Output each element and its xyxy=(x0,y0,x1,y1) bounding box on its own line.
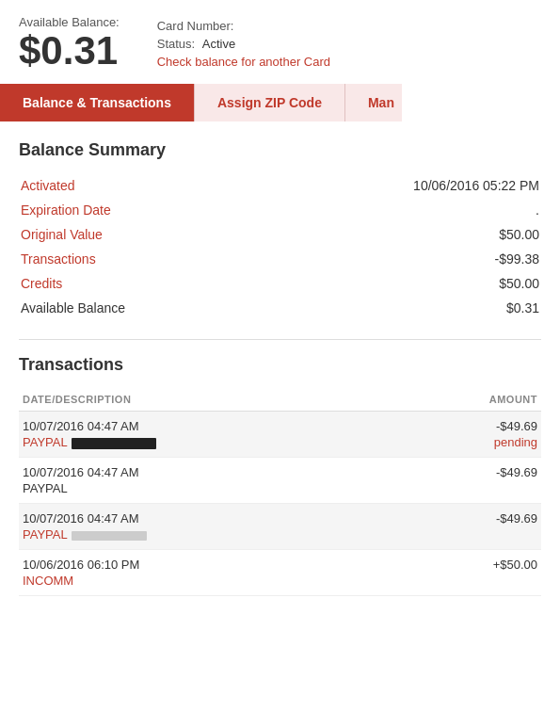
tx-right: -$49.69 xyxy=(496,465,537,479)
balance-row-label: Credits xyxy=(19,271,306,296)
balance-row: Credits$50.00 xyxy=(19,271,541,296)
transactions-header: DATE/DESCRIPTION AMOUNT xyxy=(19,388,541,412)
tab-manage[interactable]: Man xyxy=(344,84,402,121)
balance-row: Transactions-$99.38 xyxy=(19,247,541,271)
transactions-title: Transactions xyxy=(19,355,541,375)
transactions-list: 10/07/2016 04:47 AMPAYPAL-$49.69pending1… xyxy=(19,412,541,596)
section-divider xyxy=(19,339,541,340)
tx-left: 10/07/2016 04:47 AMPAYPAL xyxy=(23,511,147,542)
balance-row-label: Original Value xyxy=(19,222,306,247)
tx-left: 10/06/2016 06:10 PMINCOMM xyxy=(23,558,139,588)
balance-row-value: . xyxy=(306,198,541,222)
tx-date: 10/07/2016 04:47 AM xyxy=(23,465,139,479)
redacted-bar xyxy=(72,438,156,449)
tx-amount: -$49.69 xyxy=(496,465,537,479)
tx-description: PAYPAL xyxy=(23,481,139,495)
tx-amount: -$49.69 xyxy=(496,511,537,526)
balance-row-value: 10/06/2016 05:22 PM xyxy=(306,173,541,198)
balance-left: Available Balance: $0.31 xyxy=(19,15,120,73)
balance-row-label: Transactions xyxy=(19,247,306,271)
tx-left: 10/07/2016 04:47 AMPAYPAL xyxy=(23,419,156,449)
main-content: Balance Summary Activated10/06/2016 05:2… xyxy=(0,121,560,615)
tab-assign-zip[interactable]: Assign ZIP Code xyxy=(194,84,344,121)
tx-description[interactable]: PAYPAL xyxy=(23,527,147,542)
tx-date: 10/07/2016 04:47 AM xyxy=(23,419,156,433)
tab-balance-transactions[interactable]: Balance & Transactions xyxy=(0,84,194,121)
available-balance-label: Available Balance: xyxy=(19,15,120,29)
col-date-label: DATE/DESCRIPTION xyxy=(23,394,131,405)
tx-status: pending xyxy=(494,435,537,449)
status-label: Status: xyxy=(157,37,195,51)
balance-row: Original Value$50.00 xyxy=(19,222,541,247)
transaction-row: 10/06/2016 06:10 PMINCOMM+$50.00 xyxy=(19,550,541,596)
balance-row-value: $50.00 xyxy=(306,222,541,247)
card-info: Card Number: Status: Active Check balanc… xyxy=(157,15,330,69)
redacted-bar xyxy=(72,531,147,541)
tx-right: -$49.69pending xyxy=(494,419,537,449)
balance-row-label: Available Balance xyxy=(19,296,306,320)
balance-row-value: $0.31 xyxy=(306,296,541,320)
tx-amount: -$49.69 xyxy=(496,419,537,433)
tabs-bar: Balance & Transactions Assign ZIP Code M… xyxy=(0,84,560,121)
status-line: Status: Active xyxy=(157,37,330,51)
col-amount-label: AMOUNT xyxy=(489,394,537,405)
transaction-row: 10/07/2016 04:47 AMPAYPAL-$49.69 xyxy=(19,458,541,504)
tx-date: 10/06/2016 06:10 PM xyxy=(23,558,139,572)
tx-description[interactable]: PAYPAL xyxy=(23,435,156,449)
card-number-label: Card Number: xyxy=(157,19,330,33)
tx-right: +$50.00 xyxy=(493,558,537,572)
tx-left: 10/07/2016 04:47 AMPAYPAL xyxy=(23,465,139,495)
balance-row-value: -$99.38 xyxy=(306,247,541,271)
balance-row: Expiration Date. xyxy=(19,198,541,222)
balance-summary-table: Activated10/06/2016 05:22 PMExpiration D… xyxy=(19,173,541,320)
balance-amount: $0.31 xyxy=(19,29,120,73)
status-value: Active xyxy=(202,37,235,51)
balance-row-value: $50.00 xyxy=(306,271,541,296)
balance-row: Activated10/06/2016 05:22 PM xyxy=(19,173,541,198)
tx-date: 10/07/2016 04:47 AM xyxy=(23,511,147,526)
transaction-row: 10/07/2016 04:47 AMPAYPAL-$49.69 xyxy=(19,504,541,550)
header-section: Available Balance: $0.31 Card Number: St… xyxy=(0,0,560,84)
tx-amount: +$50.00 xyxy=(493,558,537,572)
tx-description[interactable]: INCOMM xyxy=(23,574,139,588)
check-balance-link[interactable]: Check balance for another Card xyxy=(157,55,330,69)
balance-row-label: Expiration Date xyxy=(19,198,306,222)
balance-summary-title: Balance Summary xyxy=(19,140,541,160)
transaction-row: 10/07/2016 04:47 AMPAYPAL-$49.69pending xyxy=(19,412,541,458)
balance-row: Available Balance$0.31 xyxy=(19,296,541,320)
tx-right: -$49.69 xyxy=(496,511,537,526)
balance-row-label: Activated xyxy=(19,173,306,198)
